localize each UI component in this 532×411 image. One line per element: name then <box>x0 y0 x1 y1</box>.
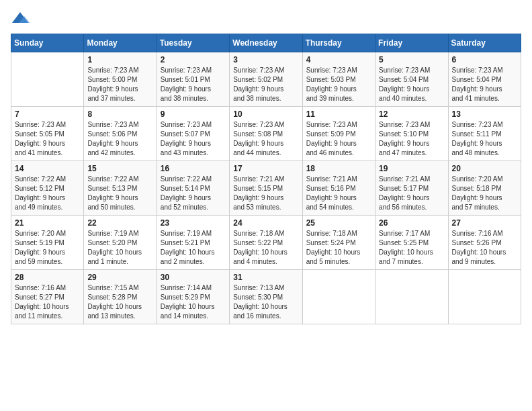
calendar-cell: 1Sunrise: 7:23 AM Sunset: 5:00 PM Daylig… <box>84 52 157 107</box>
calendar-cell: 31Sunrise: 7:13 AM Sunset: 5:30 PM Dayli… <box>230 270 302 324</box>
day-info: Sunrise: 7:23 AM Sunset: 5:08 PM Dayligh… <box>233 120 298 158</box>
day-number: 27 <box>452 218 517 228</box>
calendar-cell: 27Sunrise: 7:16 AM Sunset: 5:26 PM Dayli… <box>448 216 521 270</box>
day-number: 9 <box>161 109 226 119</box>
calendar-cell: 28Sunrise: 7:16 AM Sunset: 5:27 PM Dayli… <box>11 270 84 324</box>
weekday-header-monday: Monday <box>84 34 157 52</box>
weekday-header-friday: Friday <box>375 34 448 52</box>
day-number: 11 <box>306 109 371 119</box>
calendar-cell: 26Sunrise: 7:17 AM Sunset: 5:25 PM Dayli… <box>375 216 448 270</box>
day-info: Sunrise: 7:20 AM Sunset: 5:18 PM Dayligh… <box>452 175 517 212</box>
calendar-cell: 25Sunrise: 7:18 AM Sunset: 5:24 PM Dayli… <box>302 216 375 270</box>
day-number: 4 <box>306 55 371 64</box>
calendar-cell: 16Sunrise: 7:22 AM Sunset: 5:14 PM Dayli… <box>157 161 229 216</box>
weekday-header-wednesday: Wednesday <box>230 34 302 52</box>
calendar-week-row: 14Sunrise: 7:22 AM Sunset: 5:12 PM Dayli… <box>11 161 521 216</box>
day-number: 18 <box>306 164 371 173</box>
calendar-cell: 18Sunrise: 7:21 AM Sunset: 5:16 PM Dayli… <box>302 161 375 216</box>
day-number: 17 <box>233 164 298 173</box>
calendar-cell: 2Sunrise: 7:23 AM Sunset: 5:01 PM Daylig… <box>157 52 229 107</box>
day-info: Sunrise: 7:16 AM Sunset: 5:27 PM Dayligh… <box>15 283 80 321</box>
day-info: Sunrise: 7:16 AM Sunset: 5:26 PM Dayligh… <box>452 229 517 267</box>
day-number: 10 <box>233 109 298 119</box>
day-info: Sunrise: 7:13 AM Sunset: 5:30 PM Dayligh… <box>233 283 298 321</box>
day-info: Sunrise: 7:23 AM Sunset: 5:02 PM Dayligh… <box>233 66 298 103</box>
day-info: Sunrise: 7:19 AM Sunset: 5:21 PM Dayligh… <box>161 229 226 267</box>
day-info: Sunrise: 7:23 AM Sunset: 5:09 PM Dayligh… <box>306 120 371 158</box>
day-number: 25 <box>306 218 371 228</box>
day-number: 3 <box>233 55 298 64</box>
day-info: Sunrise: 7:23 AM Sunset: 5:04 PM Dayligh… <box>379 66 444 103</box>
calendar-cell <box>375 270 448 324</box>
calendar-cell: 21Sunrise: 7:20 AM Sunset: 5:19 PM Dayli… <box>11 216 84 270</box>
calendar-cell: 19Sunrise: 7:21 AM Sunset: 5:17 PM Dayli… <box>375 161 448 216</box>
calendar-cell: 20Sunrise: 7:20 AM Sunset: 5:18 PM Dayli… <box>448 161 521 216</box>
calendar-cell: 30Sunrise: 7:14 AM Sunset: 5:29 PM Dayli… <box>157 270 229 324</box>
day-info: Sunrise: 7:23 AM Sunset: 5:01 PM Dayligh… <box>161 66 226 103</box>
logo-icon <box>11 11 30 26</box>
day-info: Sunrise: 7:19 AM Sunset: 5:20 PM Dayligh… <box>87 229 152 267</box>
day-info: Sunrise: 7:23 AM Sunset: 5:05 PM Dayligh… <box>15 120 80 158</box>
day-number: 13 <box>452 109 517 119</box>
weekday-header-thursday: Thursday <box>302 34 375 52</box>
day-info: Sunrise: 7:22 AM Sunset: 5:12 PM Dayligh… <box>15 175 80 212</box>
day-number: 24 <box>233 218 298 228</box>
weekday-header-sunday: Sunday <box>11 34 84 52</box>
logo <box>11 11 32 26</box>
calendar-body: 1Sunrise: 7:23 AM Sunset: 5:00 PM Daylig… <box>11 52 521 324</box>
day-info: Sunrise: 7:18 AM Sunset: 5:24 PM Dayligh… <box>306 229 371 267</box>
day-info: Sunrise: 7:21 AM Sunset: 5:17 PM Dayligh… <box>379 175 444 212</box>
day-info: Sunrise: 7:21 AM Sunset: 5:16 PM Dayligh… <box>306 175 371 212</box>
day-number: 5 <box>379 55 444 64</box>
calendar-cell: 11Sunrise: 7:23 AM Sunset: 5:09 PM Dayli… <box>302 107 375 161</box>
calendar-cell: 5Sunrise: 7:23 AM Sunset: 5:04 PM Daylig… <box>375 52 448 107</box>
day-info: Sunrise: 7:23 AM Sunset: 5:07 PM Dayligh… <box>161 120 226 158</box>
day-number: 28 <box>15 273 80 282</box>
day-number: 16 <box>161 164 226 173</box>
page-header <box>11 11 521 26</box>
calendar-cell <box>448 270 521 324</box>
calendar-week-row: 1Sunrise: 7:23 AM Sunset: 5:00 PM Daylig… <box>11 52 521 107</box>
day-info: Sunrise: 7:23 AM Sunset: 5:11 PM Dayligh… <box>452 120 517 158</box>
calendar-cell: 29Sunrise: 7:15 AM Sunset: 5:28 PM Dayli… <box>84 270 157 324</box>
calendar-cell <box>302 270 375 324</box>
calendar-cell: 14Sunrise: 7:22 AM Sunset: 5:12 PM Dayli… <box>11 161 84 216</box>
calendar-cell: 8Sunrise: 7:23 AM Sunset: 5:06 PM Daylig… <box>84 107 157 161</box>
calendar-cell: 13Sunrise: 7:23 AM Sunset: 5:11 PM Dayli… <box>448 107 521 161</box>
calendar-cell: 4Sunrise: 7:23 AM Sunset: 5:03 PM Daylig… <box>302 52 375 107</box>
day-number: 7 <box>15 109 80 119</box>
calendar-week-row: 28Sunrise: 7:16 AM Sunset: 5:27 PM Dayli… <box>11 270 521 324</box>
calendar-cell: 23Sunrise: 7:19 AM Sunset: 5:21 PM Dayli… <box>157 216 229 270</box>
day-info: Sunrise: 7:23 AM Sunset: 5:04 PM Dayligh… <box>452 66 517 103</box>
calendar-cell: 22Sunrise: 7:19 AM Sunset: 5:20 PM Dayli… <box>84 216 157 270</box>
day-info: Sunrise: 7:15 AM Sunset: 5:28 PM Dayligh… <box>87 283 152 321</box>
day-number: 30 <box>161 273 226 282</box>
day-number: 21 <box>15 218 80 228</box>
day-info: Sunrise: 7:21 AM Sunset: 5:15 PM Dayligh… <box>233 175 298 212</box>
calendar-cell: 9Sunrise: 7:23 AM Sunset: 5:07 PM Daylig… <box>157 107 229 161</box>
day-number: 26 <box>379 218 444 228</box>
calendar-cell: 10Sunrise: 7:23 AM Sunset: 5:08 PM Dayli… <box>230 107 302 161</box>
calendar: SundayMondayTuesdayWednesdayThursdayFrid… <box>11 34 521 324</box>
calendar-cell: 15Sunrise: 7:22 AM Sunset: 5:13 PM Dayli… <box>84 161 157 216</box>
day-info: Sunrise: 7:23 AM Sunset: 5:00 PM Dayligh… <box>87 66 152 103</box>
day-number: 14 <box>15 164 80 173</box>
day-info: Sunrise: 7:23 AM Sunset: 5:06 PM Dayligh… <box>87 120 152 158</box>
day-number: 31 <box>233 273 298 282</box>
day-info: Sunrise: 7:22 AM Sunset: 5:14 PM Dayligh… <box>161 175 226 212</box>
calendar-cell: 12Sunrise: 7:23 AM Sunset: 5:10 PM Dayli… <box>375 107 448 161</box>
day-number: 2 <box>161 55 226 64</box>
calendar-cell: 7Sunrise: 7:23 AM Sunset: 5:05 PM Daylig… <box>11 107 84 161</box>
weekday-header-tuesday: Tuesday <box>157 34 229 52</box>
calendar-cell: 6Sunrise: 7:23 AM Sunset: 5:04 PM Daylig… <box>448 52 521 107</box>
calendar-week-row: 7Sunrise: 7:23 AM Sunset: 5:05 PM Daylig… <box>11 107 521 161</box>
calendar-cell: 24Sunrise: 7:18 AM Sunset: 5:22 PM Dayli… <box>230 216 302 270</box>
day-number: 23 <box>161 218 226 228</box>
day-number: 29 <box>87 273 152 282</box>
day-number: 8 <box>87 109 152 119</box>
day-number: 12 <box>379 109 444 119</box>
day-info: Sunrise: 7:18 AM Sunset: 5:22 PM Dayligh… <box>233 229 298 267</box>
day-info: Sunrise: 7:20 AM Sunset: 5:19 PM Dayligh… <box>15 229 80 267</box>
day-number: 22 <box>87 218 152 228</box>
day-number: 19 <box>379 164 444 173</box>
